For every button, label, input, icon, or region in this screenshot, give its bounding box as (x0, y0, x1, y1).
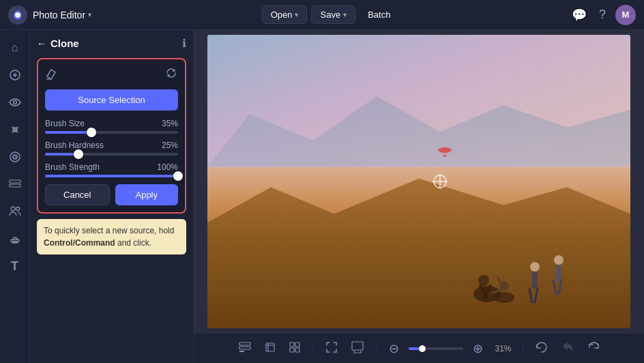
svg-rect-20 (532, 272, 538, 289)
open-label: Open (271, 10, 293, 20)
svg-point-1 (15, 12, 20, 18)
brush-size-label: Brush Size (45, 119, 85, 128)
clone-box-top (45, 66, 178, 83)
open-chevron-icon: ▾ (295, 11, 298, 18)
image-container[interactable] (207, 35, 630, 328)
sidebar-icon-stamp[interactable] (3, 227, 27, 251)
tooltip-text2: and click. (115, 238, 151, 248)
brush-strength-track (45, 175, 178, 177)
tooltip-text: To quickly select a new source, hold (44, 226, 174, 235)
apply-button[interactable]: Apply (115, 184, 179, 205)
clone-action-buttons: Cancel Apply (45, 184, 178, 205)
batch-button[interactable]: Batch (360, 6, 398, 23)
svg-point-7 (14, 156, 16, 158)
toolbar-separator-2 (376, 342, 377, 355)
svg-rect-38 (352, 342, 363, 350)
zoom-selection-button[interactable] (347, 338, 368, 359)
brush-hardness-thumb[interactable] (74, 149, 83, 159)
sidebar-icon-text[interactable]: T (3, 254, 27, 278)
sidebar-icon-people[interactable] (3, 199, 27, 224)
toolbar-separator-1 (312, 342, 313, 355)
sidebar-icon-effects[interactable] (3, 117, 27, 142)
svg-rect-35 (295, 343, 299, 347)
info-icon[interactable]: ℹ (182, 37, 186, 50)
crosshair-cursor (432, 173, 448, 190)
svg-point-16 (478, 275, 489, 286)
zoom-value: 31% (493, 344, 514, 353)
eraser-icon[interactable] (45, 66, 59, 83)
zoom-in-button[interactable]: ⊕ (469, 338, 487, 359)
save-button[interactable]: Save ▾ (311, 5, 355, 24)
canvas-main[interactable] (194, 30, 644, 333)
sidebar-icon-home[interactable]: ⌂ (3, 35, 27, 60)
header: Photo Editor ▾ Open ▾ Save ▾ Batch 💬 ? M (0, 0, 644, 30)
svg-rect-33 (266, 343, 274, 351)
bottom-toolbar: ⊖ ⊕ 31% (194, 333, 644, 363)
header-center: Open ▾ Save ▾ Batch (262, 5, 399, 24)
brush-size-thumb[interactable] (87, 128, 96, 137)
svg-rect-34 (290, 343, 294, 347)
photo-background (207, 35, 630, 328)
canvas-area: ⊖ ⊕ 31% (194, 30, 644, 363)
tooltip-highlight: Control/Command (44, 238, 115, 248)
tooltip-box: To quickly select a new source, hold Con… (37, 219, 186, 255)
zoom-fit-button[interactable] (321, 338, 342, 359)
crop-bottom-button[interactable] (261, 339, 280, 358)
main-layout: ⌂ (0, 30, 644, 363)
save-chevron-icon: ▾ (343, 11, 347, 18)
avatar-initials: M (622, 10, 630, 20)
clone-back-button[interactable]: ← Clone (37, 38, 79, 49)
clone-panel-title: Clone (50, 38, 79, 49)
brush-strength-thumb[interactable] (173, 171, 183, 181)
svg-rect-31 (239, 347, 250, 349)
brush-strength-group: Brush Strength 100% (45, 162, 178, 177)
brush-hardness-label: Brush Hardness (45, 141, 104, 150)
refresh-icon[interactable] (164, 66, 178, 83)
toolbar-separator-3 (523, 342, 523, 355)
chat-icon[interactable]: 💬 (569, 5, 589, 25)
app-name-group[interactable]: Photo Editor ▾ (33, 10, 91, 20)
layers-bottom-button[interactable] (235, 339, 255, 358)
app-logo (8, 5, 27, 25)
svg-point-23 (438, 147, 452, 153)
brush-size-fill (45, 131, 91, 134)
brush-hardness-value: 25% (162, 141, 178, 150)
undo2-button[interactable] (557, 339, 578, 358)
avatar[interactable]: M (615, 5, 636, 25)
sidebar-icon-layers[interactable] (3, 172, 27, 197)
clone-panel-header: ← Clone ℹ (37, 37, 186, 50)
svg-rect-32 (239, 351, 244, 352)
brush-size-track (45, 131, 178, 134)
svg-point-17 (494, 292, 514, 303)
cancel-button[interactable]: Cancel (45, 184, 110, 205)
redo-button[interactable] (583, 339, 604, 358)
source-selection-label: Source Selection (78, 95, 145, 105)
svg-point-12 (16, 207, 19, 211)
sidebar-icon-adjustments[interactable] (3, 63, 27, 87)
batch-label: Batch (368, 10, 390, 20)
brush-hardness-track (45, 153, 178, 156)
undo-button[interactable] (531, 339, 552, 358)
brush-strength-value: 100% (157, 162, 178, 172)
sidebar-icon-target[interactable] (3, 145, 27, 169)
open-button[interactable]: Open ▾ (262, 5, 308, 24)
grid-bottom-button[interactable] (285, 339, 304, 358)
app-title: Photo Editor (33, 10, 85, 20)
clone-panel: ← Clone ℹ (30, 30, 194, 363)
svg-rect-14 (12, 242, 18, 243)
brush-strength-label: Brush Strength (45, 162, 100, 172)
brush-strength-fill (45, 175, 178, 177)
zoom-out-button[interactable]: ⊖ (385, 338, 403, 359)
people-silhouettes (467, 226, 576, 308)
header-right: 💬 ? M (569, 5, 636, 25)
zoom-thumb[interactable] (419, 345, 426, 352)
back-arrow-icon: ← (37, 38, 46, 49)
zoom-track[interactable] (409, 347, 463, 350)
source-selection-button[interactable]: Source Selection (45, 89, 178, 111)
svg-point-21 (554, 255, 564, 265)
sidebar-icon-eye[interactable] (3, 90, 27, 115)
svg-rect-9 (10, 184, 20, 187)
help-icon[interactable]: ? (596, 5, 609, 25)
clone-controls-box: Source Selection Brush Size 35% Brush Ha… (37, 58, 186, 214)
sidebar: ⌂ (0, 30, 30, 363)
